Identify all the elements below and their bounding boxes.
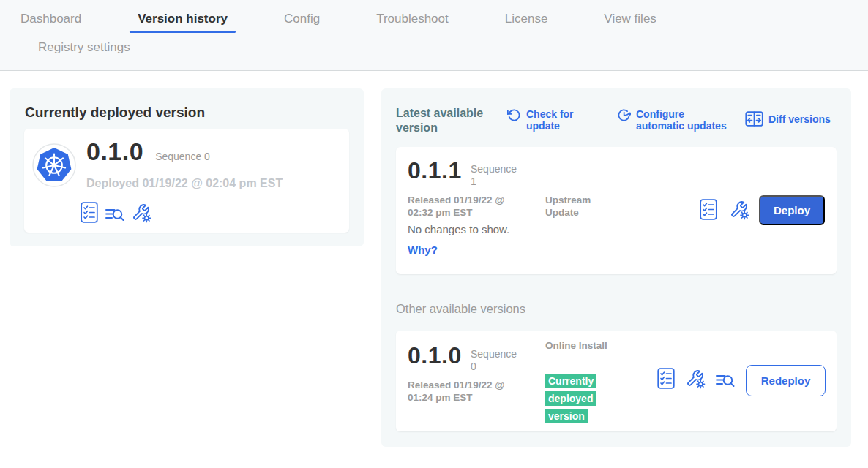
configure-automatic-updates-link[interactable]: Configure automatic updates xyxy=(617,108,734,132)
deployed-version-row: 0.1.0 Sequence 0 xyxy=(86,137,210,166)
preflight-checks-icon[interactable] xyxy=(700,199,717,220)
edit-config-icon[interactable] xyxy=(730,200,749,220)
other-released-timestamp: Released 01/19/22 @ 01:24 pm EST xyxy=(408,379,517,404)
diff-icon xyxy=(745,111,763,127)
other-versions-title: Other available versions xyxy=(396,302,525,316)
top-nav: Dashboard Version history Config Trouble… xyxy=(0,0,868,71)
primary-tab-row: Dashboard Version history Config Trouble… xyxy=(0,0,868,26)
latest-version-card: 0.1.1 Sequence 1 Released 01/19/22 @ 02:… xyxy=(396,147,837,274)
other-source-label: Online Install xyxy=(545,339,610,352)
deployed-version-actions xyxy=(81,202,151,223)
latest-version-number: 0.1.1 xyxy=(408,157,462,184)
deployed-version-number: 0.1.0 xyxy=(86,137,143,166)
latest-changes-note: No changes to show. xyxy=(408,223,509,235)
other-version-card: 0.1.0 Sequence 0 Released 01/19/22 @ 01:… xyxy=(396,331,837,431)
kubernetes-logo-icon xyxy=(32,143,76,187)
refresh-icon xyxy=(507,108,521,132)
edit-config-icon[interactable] xyxy=(686,369,706,389)
edit-config-icon[interactable] xyxy=(132,203,151,223)
deployed-version-card: 0.1.0 Sequence 0 Deployed 01/19/22 @ 02:… xyxy=(24,129,349,233)
deployed-sequence-label: Sequence 0 xyxy=(155,151,210,162)
deployed-panel-title: Currently deployed version xyxy=(25,105,205,121)
tab-version-history[interactable]: Version history xyxy=(138,12,228,26)
other-sequence-label: Sequence 0 xyxy=(471,348,523,373)
tab-dashboard[interactable]: Dashboard xyxy=(20,12,81,26)
currently-deployed-panel: Currently deployed version 0. xyxy=(10,88,364,246)
tab-troubleshoot[interactable]: Troubleshoot xyxy=(376,12,449,26)
diff-versions-label: Diff versions xyxy=(768,113,831,125)
preflight-checks-icon[interactable] xyxy=(81,202,98,223)
latest-source-label: Upstream Update xyxy=(545,194,610,219)
check-for-update-label: Check for update xyxy=(526,108,588,132)
tab-license[interactable]: License xyxy=(505,12,548,26)
available-versions-panel: Latest available version Check for updat… xyxy=(381,88,851,447)
deploy-logs-icon[interactable] xyxy=(715,372,736,389)
tab-view-files[interactable]: View files xyxy=(604,12,656,26)
tab-config[interactable]: Config xyxy=(284,12,320,26)
tab-registry-settings[interactable]: Registry settings xyxy=(38,40,130,55)
latest-version-actions xyxy=(700,199,749,220)
deploy-logs-icon[interactable] xyxy=(105,206,125,223)
other-version-number: 0.1.0 xyxy=(408,342,462,369)
latest-version-title: Latest available version xyxy=(396,106,498,135)
preflight-checks-icon[interactable] xyxy=(657,368,675,389)
schedule-update-icon xyxy=(617,108,631,132)
latest-sequence-label: Sequence 1 xyxy=(471,163,523,188)
other-version-actions xyxy=(657,368,736,389)
latest-released-timestamp: Released 01/19/22 @ 02:32 pm EST xyxy=(408,194,517,219)
redeploy-button[interactable]: Redeploy xyxy=(746,365,826,396)
deploy-button[interactable]: Deploy xyxy=(759,195,825,225)
currently-deployed-badge-text: Currently deployed version xyxy=(545,374,596,423)
configure-automatic-updates-label: Configure automatic updates xyxy=(636,108,734,132)
deployed-timestamp: Deployed 01/19/22 @ 02:04 pm EST xyxy=(86,177,283,190)
diff-versions-link[interactable]: Diff versions xyxy=(745,111,831,127)
why-link[interactable]: Why? xyxy=(408,244,438,256)
check-for-update-link[interactable]: Check for update xyxy=(507,108,588,132)
currently-deployed-badge: Currently deployed version xyxy=(545,372,604,425)
